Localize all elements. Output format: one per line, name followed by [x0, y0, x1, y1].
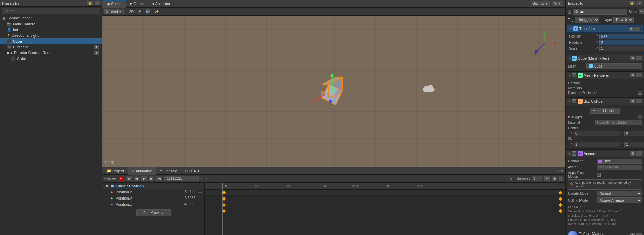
box-collider-enabled[interactable]: ✓ [572, 99, 576, 103]
hierarchy-item-bot[interactable]: 👤 bot [0, 27, 102, 32]
animator-menu[interactable]: ⚙ [630, 151, 635, 156]
culling-mode-dropdown[interactable]: Always Animate [597, 197, 642, 203]
keyframe-px-start[interactable] [222, 197, 226, 201]
keyframe-px-end[interactable] [558, 197, 562, 201]
size-y-input[interactable] [624, 142, 644, 147]
animator-overflow[interactable]: ⋮ [636, 151, 642, 156]
hierarchy-lock-btn[interactable]: 🔒 [86, 1, 94, 6]
transform-menu-btn[interactable]: ⚙ [629, 26, 634, 31]
2d-btn[interactable]: 2D [128, 9, 135, 14]
anim-track-position-y[interactable]: ● Position.y 3.5935 — [102, 195, 204, 201]
keyframe-pz-end[interactable] [558, 209, 562, 213]
scale-x-input[interactable] [599, 46, 644, 51]
anim-timeline[interactable]: 0:00 0:01 0:02 0:03 0:04 0:05 0:06 [205, 183, 565, 235]
animator-enabled[interactable]: ✓ [572, 151, 576, 156]
cutscene-expand-btn[interactable]: ▶ [94, 45, 99, 49]
dynamic-occluded-checkbox[interactable]: ✓ [638, 91, 642, 95]
keyframe-py-end[interactable] [558, 203, 562, 207]
hierarchy-search-input[interactable] [2, 8, 100, 14]
keyframe-pz-start[interactable] [222, 209, 226, 213]
shaded-dropdown[interactable]: Shaded ▼ [104, 9, 124, 14]
mesh-renderer-menu[interactable]: ⚙ [630, 73, 635, 78]
tab-slate[interactable]: □ SLATE [182, 167, 205, 175]
panel-close-btn[interactable]: ✕ [560, 169, 563, 173]
material-overflow[interactable]: ⋮ [636, 233, 642, 235]
hierarchy-item-cutscene[interactable]: 🎬 Cutscene ▶ [0, 44, 102, 50]
transform-overflow-btn[interactable]: ⋮ [635, 26, 641, 31]
update-mode-dropdown[interactable]: Normal [597, 191, 642, 196]
playhead[interactable] [222, 183, 223, 235]
mesh-renderer-overflow[interactable]: ⋮ [636, 73, 642, 78]
avatar-value[interactable]: None (Avatar) [597, 165, 642, 170]
mesh-renderer-enabled[interactable]: ✓ [572, 73, 576, 77]
effects-toggle[interactable]: ✨ [153, 9, 160, 14]
box-collider-menu[interactable]: ⚙ [630, 99, 635, 104]
gizmos-btn[interactable]: Gizmos ▼ [531, 1, 550, 6]
track-name-input[interactable] [164, 176, 199, 181]
tab-game[interactable]: ▶ Game [126, 0, 148, 8]
play-btn[interactable]: ▶ [141, 176, 147, 181]
animator-header[interactable]: ▼ ✓ A Animator ⚙ ⋮ [566, 150, 644, 157]
object-active-checkbox[interactable]: ✓ [568, 10, 571, 14]
keyframe-group-end[interactable] [558, 191, 562, 194]
keyframe-group-start[interactable] [222, 191, 226, 194]
add-property-btn[interactable]: Add Property [136, 209, 170, 216]
hierarchy-item-cube2[interactable]: ⬛ Cube [0, 56, 102, 61]
tab-animator[interactable]: ● Animator [148, 0, 174, 8]
center-y-input[interactable] [624, 131, 644, 136]
controller-value[interactable]: Cube 1 [597, 159, 642, 164]
tab-scene[interactable]: ◉ Scene [102, 0, 126, 8]
layer-dropdown[interactable]: Default [613, 17, 634, 23]
apply-root-motion-checkbox[interactable] [597, 173, 601, 177]
tab-project[interactable]: 📁 Project [102, 167, 128, 175]
audio-toggle[interactable]: 🔊 [144, 9, 151, 14]
loop-btn[interactable]: ⟳ [544, 176, 550, 181]
anim-track-position-x[interactable]: ● Position.x 5.4414 — [102, 189, 204, 195]
object-name-input[interactable] [573, 9, 627, 15]
mesh-value-field[interactable]: Cube [586, 63, 642, 69]
hierarchy-item-cube[interactable]: ⬛ Cube [0, 38, 102, 44]
cube-object[interactable] [303, 65, 354, 117]
record-btn[interactable]: ● [119, 176, 124, 181]
keyframe-py-start[interactable] [222, 203, 226, 207]
hierarchy-item-directorcameraroot[interactable]: ▶ ▸ Director Camera Root ▶ [0, 50, 102, 56]
anim-track-position-z[interactable]: ● Position.z -4.5616 — [102, 201, 204, 207]
pos-x-input[interactable] [599, 34, 644, 39]
rot-x-input[interactable] [599, 40, 644, 45]
hierarchy-item-maincamera[interactable]: 📷 Main Camera [0, 21, 102, 27]
axis-gizmo[interactable]: Y X Z [531, 29, 558, 57]
all-btn[interactable]: All ▼ [552, 1, 563, 6]
anim-track-cube-position[interactable]: ▼ Cube : Position — [102, 183, 204, 189]
box-collider-header[interactable]: ▼ ✓ C Box Collider ⚙ ⋮ [566, 98, 644, 105]
samples-input[interactable] [532, 176, 542, 181]
mesh-renderer-header[interactable]: ▼ ✓ R Mesh Renderer ⚙ ⋮ [566, 72, 644, 79]
skip-forward-btn[interactable]: ⏭ [156, 176, 162, 181]
mesh-filter-header[interactable]: ▼ M Cube (Mesh Filter) ⚙ ⋮ [566, 55, 644, 62]
hierarchy-item-samplescene[interactable]: ◉ SampleScene* [0, 15, 102, 21]
center-x-input[interactable] [574, 131, 620, 136]
mesh-filter-menu[interactable]: ⚙ [630, 56, 635, 61]
tab-animation[interactable]: ○ Animation [128, 167, 156, 175]
tag-dropdown[interactable]: Untagged [575, 17, 599, 23]
add-keyframe-btn[interactable]: ◆ [552, 176, 557, 181]
mesh-filter-overflow[interactable]: ⋮ [636, 56, 642, 61]
transform-header[interactable]: ▼ T Transform ⚙ ⋮ [567, 25, 643, 32]
tab-console[interactable]: ≡ Console [156, 167, 182, 175]
inspector-lock-btn[interactable]: 🔒 [628, 1, 635, 6]
add-event-btn[interactable]: | [559, 176, 563, 181]
panel-resize-btn[interactable]: ⊡ [556, 169, 559, 173]
director-expand-btn[interactable]: ▶ [94, 50, 99, 55]
is-trigger-checkbox[interactable] [638, 115, 642, 119]
light-toggle[interactable]: ☀ [137, 9, 142, 14]
skip-back-btn[interactable]: ⏮ [126, 176, 132, 181]
next-frame-btn[interactable]: ▶ [149, 176, 154, 181]
inspector-menu-btn[interactable]: ≡ [637, 1, 642, 6]
material-value[interactable]: None (Physic Materi... [595, 120, 642, 125]
hierarchy-menu-btn[interactable]: ≡ [95, 1, 100, 6]
box-collider-overflow[interactable]: ⋮ [636, 99, 642, 104]
scene-viewport[interactable]: Y X Z Persp [102, 16, 565, 167]
static-dropdown[interactable]: ▼ [639, 9, 644, 14]
hierarchy-item-directionallight[interactable]: ☀ Directional Light [0, 32, 102, 38]
prev-frame-btn[interactable]: ◀ [134, 176, 139, 181]
material-menu[interactable]: ⚙ [630, 233, 635, 235]
